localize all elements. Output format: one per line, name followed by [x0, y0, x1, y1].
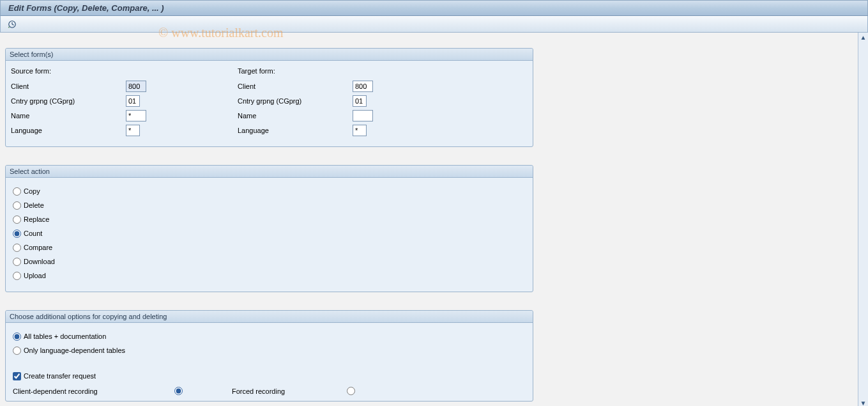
source-name-label: Name [11, 112, 126, 120]
scroll-down-icon[interactable]: ▼ [860, 400, 867, 406]
source-language-label: Language [11, 127, 126, 134]
main-scroll[interactable]: Select form(s) Source form: Client Cntry… [0, 33, 858, 406]
radio-count-label: Count [24, 230, 42, 237]
source-language-input[interactable] [126, 125, 140, 136]
radio-copy-label: Copy [24, 187, 40, 195]
svg-line-2 [12, 24, 14, 25]
source-name-input[interactable] [126, 110, 146, 121]
radio-replace-label: Replace [24, 215, 49, 223]
target-form-heading: Target form: [238, 67, 461, 75]
radio-lang-only[interactable] [13, 347, 21, 355]
radio-compare[interactable] [13, 244, 21, 252]
source-client-input[interactable] [126, 81, 146, 92]
radio-upload-label: Upload [24, 272, 46, 279]
target-cgprg-input[interactable] [353, 95, 367, 107]
radio-download[interactable] [13, 258, 21, 266]
radio-count[interactable] [13, 230, 21, 238]
groupbox-header-select-action: Select action [6, 166, 533, 178]
groupbox-select-forms: Select form(s) Source form: Client Cntry… [5, 48, 533, 147]
target-language-label: Language [238, 127, 353, 134]
right-scrollbar[interactable]: ▲ ▼ [858, 33, 868, 406]
groupbox-additional-options: Choose additional options for copying an… [5, 310, 533, 402]
source-cgprg-input[interactable] [126, 95, 140, 107]
source-client-label: Client [11, 82, 126, 90]
radio-delete[interactable] [13, 201, 21, 210]
label-client-dependent-recording: Client-dependent recording [13, 387, 174, 395]
content-area: Select form(s) Source form: Client Cntry… [0, 33, 868, 406]
radio-forced-recording[interactable] [347, 387, 355, 395]
target-language-input[interactable] [353, 125, 367, 136]
checkbox-create-transfer-request[interactable] [13, 372, 21, 380]
radio-upload[interactable] [13, 272, 21, 280]
radio-delete-label: Delete [24, 201, 44, 209]
radio-all-tables-label: All tables + documentation [24, 332, 106, 340]
groupbox-header-additional-options: Choose additional options for copying an… [6, 311, 533, 323]
radio-client-dependent-recording[interactable] [174, 387, 183, 395]
window-title-bar: Edit Forms (Copy, Delete, Compare, ... ) [0, 0, 868, 16]
target-form-column: Target form: Client Cntry grpng (CGprg) … [238, 67, 461, 137]
source-form-heading: Source form: [11, 67, 234, 75]
window-title: Edit Forms (Copy, Delete, Compare, ... ) [8, 3, 164, 13]
checkbox-create-transfer-request-label: Create transfer request [24, 372, 96, 380]
target-name-input[interactable] [353, 110, 373, 121]
source-form-column: Source form: Client Cntry grpng (CGprg) … [11, 67, 234, 137]
target-name-label: Name [238, 112, 353, 120]
execute-icon[interactable] [6, 18, 19, 31]
application-toolbar [0, 16, 868, 33]
radio-download-label: Download [24, 258, 55, 265]
target-cgprg-label: Cntry grpng (CGprg) [238, 97, 353, 105]
radio-copy[interactable] [13, 187, 21, 196]
source-cgprg-label: Cntry grpng (CGprg) [11, 97, 126, 105]
scroll-up-icon[interactable]: ▲ [860, 34, 867, 42]
radio-replace[interactable] [13, 215, 21, 224]
label-forced-recording: Forced recording [232, 387, 347, 395]
radio-all-tables[interactable] [13, 332, 21, 341]
radio-compare-label: Compare [24, 244, 52, 251]
radio-lang-only-label: Only language-dependent tables [24, 347, 125, 354]
target-client-label: Client [238, 82, 353, 90]
groupbox-header-select-forms: Select form(s) [6, 49, 533, 61]
groupbox-select-action: Select action Copy Delete Replace Count [5, 165, 533, 292]
target-client-input[interactable] [353, 81, 373, 92]
